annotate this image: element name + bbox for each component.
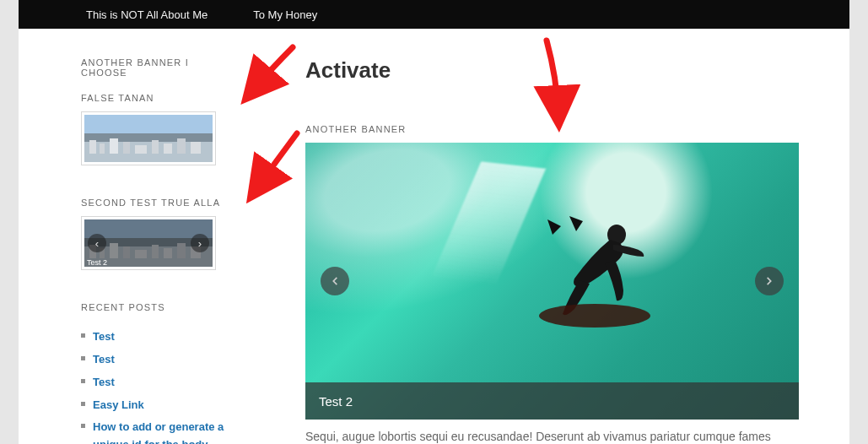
widget-subtitle-second-test: SECOND TEST TRUE ALLA xyxy=(81,198,229,208)
post-link[interactable]: How to add or generate a unique id for t… xyxy=(93,420,224,444)
banner-image xyxy=(84,115,213,162)
widget-second-test: SECOND TEST TRUE ALLA ‹ › Test 2 xyxy=(81,198,229,270)
svg-point-0 xyxy=(607,225,626,245)
post-link[interactable]: Test xyxy=(93,376,115,388)
banner-false-tanan[interactable] xyxy=(81,111,216,165)
banner-second-test[interactable]: ‹ › Test 2 xyxy=(81,216,216,270)
banner-caption: Test 2 xyxy=(87,258,107,267)
chevron-right-icon: › xyxy=(198,237,202,250)
carousel-next-button[interactable]: › xyxy=(191,234,209,252)
chevron-left-icon: ‹ xyxy=(95,237,99,250)
nav-link-not-about-me[interactable]: This is NOT All About Me xyxy=(86,8,208,21)
widget-recent-posts: RECENT POSTS Test Test Test Easy Link Ho… xyxy=(81,302,229,444)
widget-subtitle-false-tanan: FALSE TANAN xyxy=(81,93,229,103)
carousel-prev-button[interactable] xyxy=(321,267,349,295)
banner-image xyxy=(532,214,659,341)
list-item: Test xyxy=(81,350,229,368)
post-link[interactable]: Test xyxy=(93,353,115,365)
recent-posts-list: Test Test Test Easy Link How to add or g… xyxy=(81,328,229,444)
post-link[interactable]: Easy Link xyxy=(93,398,144,411)
banner-caption-text: Test 2 xyxy=(319,394,353,409)
main-banner-title: ANOTHER BANNER xyxy=(305,124,816,134)
page-title: Activate xyxy=(305,57,816,84)
main-banner-carousel: Test 2 xyxy=(305,143,799,420)
svg-point-1 xyxy=(539,304,650,328)
post-excerpt: Sequi, augue lobortis sequi eu recusanda… xyxy=(305,430,799,443)
widget-title: RECENT POSTS xyxy=(81,302,229,312)
post-link[interactable]: Test xyxy=(93,330,115,343)
list-item: How to add or generate a unique id for t… xyxy=(81,418,229,444)
list-item: Test xyxy=(81,373,229,391)
list-item: Test xyxy=(81,328,229,345)
list-item: Easy Link xyxy=(81,396,229,414)
main-content: Activate ANOTHER BANNER xyxy=(305,57,816,444)
chevron-left-icon xyxy=(329,275,341,287)
top-nav: This is NOT All About Me To My Honey xyxy=(19,0,849,29)
carousel-prev-button[interactable]: ‹ xyxy=(88,234,106,252)
banner-caption-bar: Test 2 xyxy=(305,382,799,420)
sidebar: ANOTHER BANNER I CHOOSE FALSE TANAN SECO… xyxy=(81,57,229,444)
nav-link-to-my-honey[interactable]: To My Honey xyxy=(253,8,317,21)
chevron-right-icon xyxy=(763,275,775,287)
widget-another-banner-choose: ANOTHER BANNER I CHOOSE FALSE TANAN xyxy=(81,57,229,165)
carousel-next-button[interactable] xyxy=(755,267,784,295)
widget-title: ANOTHER BANNER I CHOOSE xyxy=(81,57,229,78)
